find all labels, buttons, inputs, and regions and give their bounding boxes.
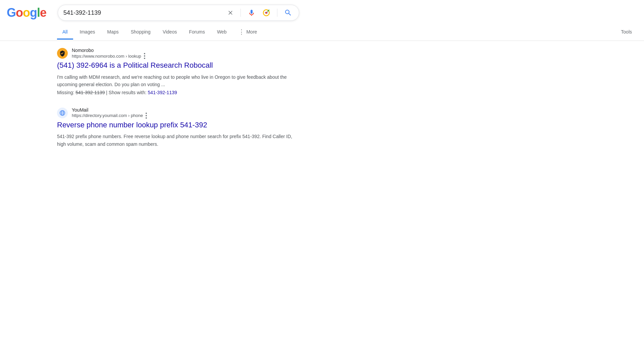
site-name-youmail: YouMail: [72, 107, 302, 113]
missing-label: Missing:: [57, 90, 74, 95]
logo-g2: g: [30, 6, 37, 20]
result-missing-nomorobo: Missing: 541-392-1139 | Show results wit…: [57, 90, 302, 95]
missing-strikethrough: 541-392-1139: [75, 90, 105, 95]
show-results-link[interactable]: 541-392-1139: [148, 90, 177, 95]
shield-icon: [59, 50, 66, 57]
tab-maps[interactable]: Maps: [102, 25, 124, 40]
result-item-nomorobo: Nomorobo https://www.nomorobo.com › look…: [57, 48, 302, 95]
tab-videos[interactable]: Videos: [157, 25, 182, 40]
tab-all[interactable]: All: [57, 25, 73, 40]
result-source-youmail: YouMail https://directory.youmail.com › …: [57, 107, 302, 119]
lens-icon: [262, 9, 270, 17]
result-url-nomorobo: https://www.nomorobo.com › lookup: [72, 54, 141, 59]
result-snippet-youmail: 541-392 prefix phone numbers. Free rever…: [57, 133, 302, 148]
clear-button[interactable]: [226, 8, 235, 17]
search-icon: [284, 9, 292, 17]
logo-e: e: [40, 6, 46, 20]
logo-o1: o: [16, 6, 23, 20]
tab-tools[interactable]: Tools: [615, 25, 637, 40]
clear-icon: [227, 9, 234, 16]
google-logo[interactable]: Google: [7, 6, 46, 20]
search-bar-icons: [226, 7, 293, 18]
image-search-button[interactable]: [261, 7, 272, 18]
header: Google 541-392-1139: [0, 0, 644, 21]
logo-l: l: [37, 6, 40, 20]
result-source-info-nomorobo: Nomorobo https://www.nomorobo.com › look…: [72, 48, 302, 59]
site-name-nomorobo: Nomorobo: [72, 48, 302, 53]
voice-search-button[interactable]: [246, 7, 257, 18]
result-url-youmail: https://directory.youmail.com › phone: [72, 113, 143, 118]
result-url-row-nomorobo: https://www.nomorobo.com › lookup: [72, 53, 302, 59]
search-divider-2: [277, 9, 277, 17]
result-title-youmail[interactable]: Reverse phone number lookup prefix 541-3…: [57, 120, 302, 130]
nav-tabs: All Images Maps Shopping Videos Forums W…: [0, 24, 644, 41]
favicon-nomorobo: [57, 48, 68, 59]
search-input[interactable]: 541-392-1139: [63, 9, 226, 16]
more-dots-icon: ⋮: [238, 28, 245, 36]
main-content: Nomorobo https://www.nomorobo.com › look…: [0, 41, 302, 167]
result-snippet-nomorobo: I'm calling with MDM research, and we're…: [57, 73, 302, 88]
show-results-text: | Show results with:: [106, 90, 146, 95]
svg-point-1: [265, 12, 267, 14]
more-label: More: [246, 29, 257, 35]
result-source-info-youmail: YouMail https://directory.youmail.com › …: [72, 107, 302, 119]
result-menu-nomorobo[interactable]: [144, 53, 145, 59]
globe-icon: [59, 110, 66, 116]
search-divider: [240, 9, 241, 17]
tab-images[interactable]: Images: [74, 25, 101, 40]
logo-g: G: [7, 6, 16, 20]
result-url-row-youmail: https://directory.youmail.com › phone: [72, 113, 302, 119]
result-menu-youmail[interactable]: [146, 113, 147, 119]
tab-more[interactable]: ⋮ More: [233, 24, 262, 41]
favicon-youmail: [57, 108, 68, 118]
tab-web[interactable]: Web: [212, 25, 232, 40]
tab-shopping[interactable]: Shopping: [125, 25, 156, 40]
result-title-nomorobo[interactable]: (541) 392-6964 is a Political Research R…: [57, 60, 302, 71]
mic-icon: [248, 9, 256, 17]
result-item-youmail: YouMail https://directory.youmail.com › …: [57, 107, 302, 148]
search-button[interactable]: [283, 7, 293, 18]
tab-forums[interactable]: Forums: [183, 25, 210, 40]
search-bar: 541-392-1139: [58, 5, 299, 21]
logo-o2: o: [23, 6, 30, 20]
result-source-nomorobo: Nomorobo https://www.nomorobo.com › look…: [57, 48, 302, 59]
